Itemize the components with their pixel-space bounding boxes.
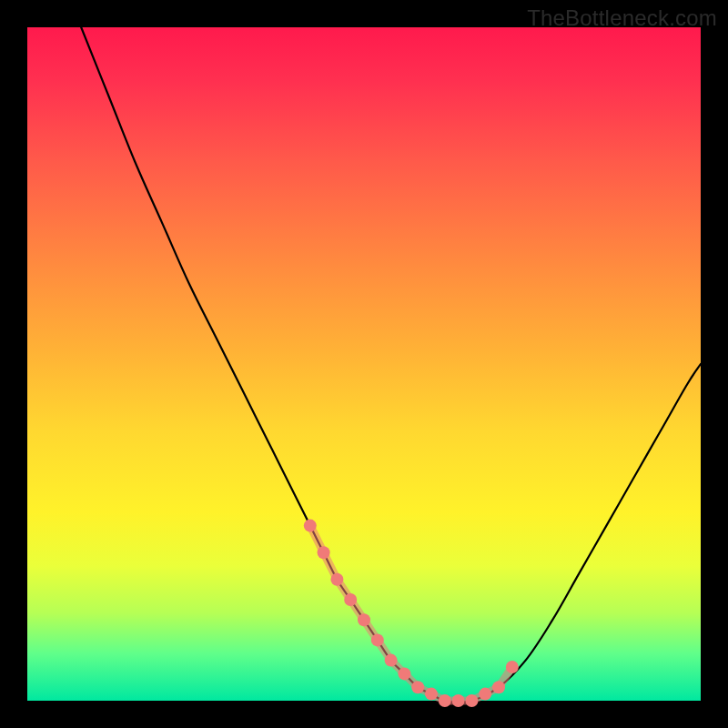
bottleneck-curve: [81, 27, 701, 703]
marker-dot: [492, 681, 505, 693]
marker-dot: [385, 654, 398, 667]
marker-dot: [398, 667, 410, 680]
curve-svg: [27, 27, 701, 701]
marker-dot: [330, 573, 343, 586]
marker-dot: [344, 593, 357, 606]
marker-dot: [506, 661, 519, 673]
marker-dot: [358, 613, 370, 626]
chart-frame: TheBottleneck.com: [0, 0, 728, 728]
marker-dot: [425, 688, 438, 701]
marker-dot: [479, 688, 491, 701]
marker-dot: [304, 520, 317, 532]
plot-area: [27, 27, 701, 701]
marker-dot: [371, 633, 384, 646]
curve-markers: [304, 520, 519, 707]
marker-dot: [452, 694, 465, 707]
marker-dot: [465, 694, 478, 707]
marker-dot: [411, 681, 424, 693]
marker-dot: [439, 694, 451, 707]
watermark-label: TheBottleneck.com: [527, 5, 717, 31]
marker-dot: [318, 546, 330, 559]
